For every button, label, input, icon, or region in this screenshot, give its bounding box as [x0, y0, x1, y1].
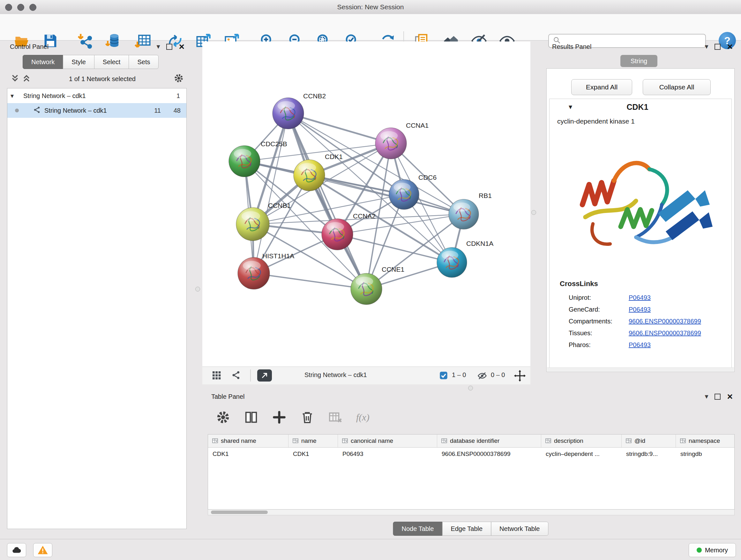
collection-expand-icon[interactable]: ▾ — [7, 92, 17, 100]
hidden-eye-slash-icon[interactable] — [477, 371, 487, 382]
network-edge[interactable] — [288, 113, 366, 289]
crosslink-link[interactable]: P06493 — [629, 306, 651, 313]
cloud-button[interactable] — [7, 543, 26, 557]
column-sort-icon — [625, 438, 632, 444]
node-table: shared namenamecanonical namedatabase id… — [208, 434, 735, 509]
table-cell-id[interactable]: stringdb:9... — [622, 450, 676, 457]
close-window-button[interactable] — [5, 4, 12, 11]
footer-separator — [250, 369, 251, 381]
crosslink-link[interactable]: P06493 — [629, 294, 651, 301]
network-node-rb1[interactable]: RB1 — [449, 192, 492, 229]
tab-network[interactable]: Network — [23, 55, 63, 69]
table-options-gear-icon[interactable] — [216, 410, 230, 425]
table-cell-database-identifier[interactable]: 9606.ENSP00000378699 — [437, 450, 541, 457]
collapse-all-tree-icon[interactable] — [19, 74, 31, 84]
crosslink-link[interactable]: 9606.ENSP00000378699 — [629, 318, 701, 325]
network-node-label: HIST1H1A — [262, 252, 294, 260]
tab-style[interactable]: Style — [63, 55, 94, 69]
scrollbar-thumb[interactable] — [211, 510, 268, 514]
minimize-window-button[interactable] — [17, 4, 24, 11]
column-header-shared-name[interactable]: shared name — [208, 435, 288, 447]
delete-table-icon[interactable] — [328, 410, 343, 425]
table-horizontal-scrollbar[interactable] — [208, 509, 735, 515]
section-collapse-icon[interactable]: ▾ — [569, 103, 572, 111]
expand-all-tree-icon[interactable] — [5, 74, 19, 84]
right-splitter-handle[interactable] — [531, 210, 536, 215]
column-header-namespace[interactable]: namespace — [676, 435, 735, 447]
tab-network-table[interactable]: Network Table — [491, 522, 548, 536]
table-cell-name[interactable]: CDK1 — [288, 450, 338, 457]
delete-column-trash-icon[interactable] — [300, 410, 315, 425]
zoom-window-button[interactable] — [29, 4, 37, 11]
network-node-cdk1[interactable]: CDK1 — [293, 153, 343, 191]
column-header-name[interactable]: name — [288, 435, 338, 447]
column-header-canonical-name[interactable]: canonical name — [338, 435, 437, 447]
table-cell-description[interactable]: cyclin–dependent ... — [541, 450, 622, 457]
column-header-description[interactable]: description — [541, 435, 622, 447]
network-collection-row[interactable]: ▾ String Network – cdk1 1 — [7, 88, 186, 103]
expand-all-button[interactable]: Expand All — [571, 79, 632, 95]
protein-description: cyclin-dependent kinase 1 — [557, 118, 635, 125]
bottom-splitter-handle[interactable] — [468, 386, 473, 390]
network-row-selected[interactable]: String Network – cdk1 11 48 — [7, 103, 186, 118]
network-node-label: CCNB1 — [268, 202, 291, 209]
network-node-cdkn1a[interactable]: CDKN1A — [437, 240, 493, 277]
left-splitter-handle[interactable] — [195, 287, 200, 292]
network-edge[interactable] — [254, 113, 288, 273]
column-header-label: description — [554, 437, 583, 444]
status-bar: Memory — [0, 539, 741, 560]
results-scrollbar-track[interactable] — [547, 368, 734, 371]
birdseye-view-button[interactable] — [257, 369, 272, 381]
column-header-database-identifier[interactable]: database identifier — [437, 435, 541, 447]
network-edge[interactable] — [254, 273, 366, 289]
close-panel-icon[interactable]: × — [179, 42, 185, 51]
network-node-ccna1[interactable]: CCNA1 — [375, 122, 428, 159]
network-node-ccnb2[interactable]: CCNB2 — [273, 92, 326, 129]
warnings-button[interactable] — [33, 543, 52, 557]
column-header-id[interactable]: @id — [622, 435, 676, 447]
column-header-label: shared name — [221, 437, 256, 444]
tab-sets[interactable]: Sets — [129, 55, 158, 69]
grid-view-icon[interactable] — [211, 370, 221, 381]
table-cell-canonical-name[interactable]: P06493 — [338, 450, 437, 457]
memory-status-dot — [697, 548, 702, 553]
table-cell-namespace[interactable]: stringdb — [676, 450, 735, 457]
string-network-icon — [33, 106, 41, 116]
collapse-panel-icon[interactable]: ▾ — [704, 393, 708, 400]
network-options-gear-icon[interactable] — [174, 73, 189, 84]
application-window: Session: New Session — [0, 0, 741, 560]
network-edge[interactable] — [288, 113, 391, 143]
float-panel-icon[interactable] — [715, 44, 721, 50]
collapse-all-button[interactable]: Collapse All — [643, 79, 711, 95]
network-node-cdc6[interactable]: CDC6 — [389, 174, 436, 209]
float-panel-icon[interactable] — [166, 44, 172, 50]
string-results-tab[interactable]: String — [620, 55, 657, 67]
table-cell-shared-name[interactable]: CDK1 — [208, 450, 288, 457]
results-content: Expand All Collapse All ▾ CDK1 cyclin-de… — [546, 68, 735, 372]
network-node-label: CCNA2 — [353, 212, 376, 220]
collection-label: String Network – cdk1 — [17, 92, 86, 100]
close-panel-icon[interactable]: × — [727, 392, 733, 401]
network-edge-count: 48 — [161, 107, 186, 114]
network-view-canvas[interactable]: CCNB2CCNA1CDC25BCDK1CDC6RB1CCNB1CCNA2CDK… — [202, 42, 530, 367]
selected-checkbox-icon[interactable] — [439, 371, 448, 381]
show-columns-icon[interactable] — [244, 410, 259, 425]
collapse-panel-icon[interactable]: ▾ — [156, 43, 160, 50]
crosslink-row: Pharos:P06493 — [549, 339, 731, 351]
memory-button[interactable]: Memory — [689, 543, 736, 557]
collapse-panel-icon[interactable]: ▾ — [704, 43, 708, 50]
crosslink-link[interactable]: 9606.ENSP00000378699 — [629, 329, 701, 337]
crosslink-link[interactable]: P06493 — [629, 341, 651, 349]
tab-select[interactable]: Select — [94, 55, 129, 69]
move-crosshair-icon[interactable] — [514, 370, 526, 383]
tab-node-table[interactable]: Node Table — [393, 522, 443, 536]
function-builder-icon[interactable]: f(x) — [356, 412, 369, 423]
create-column-plus-icon[interactable] — [272, 410, 286, 425]
tab-edge-table[interactable]: Edge Table — [442, 522, 491, 536]
main-toolbar: ? — [0, 14, 741, 41]
network-node-hist1h1a[interactable]: HIST1H1A — [238, 252, 294, 289]
table-row[interactable]: CDK1CDK1P064939606.ENSP00000378699cyclin… — [208, 448, 735, 460]
close-panel-icon[interactable]: × — [727, 42, 733, 51]
share-network-icon[interactable] — [231, 370, 241, 381]
float-panel-icon[interactable] — [715, 394, 721, 400]
